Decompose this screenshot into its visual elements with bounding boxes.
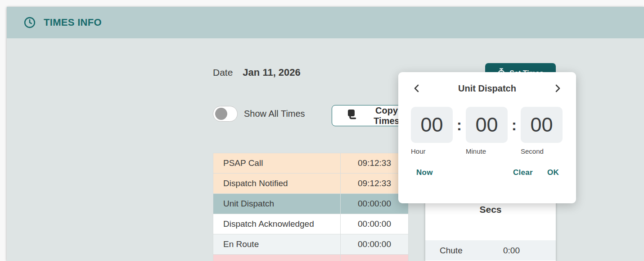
row-label: En Route xyxy=(213,234,341,254)
table-row[interactable]: Dispatch Notified 09:12:33 xyxy=(213,174,408,194)
time-picker-title: Unit Dispatch xyxy=(398,83,576,94)
colon-separator: : xyxy=(453,116,466,134)
show-all-times-toggle[interactable] xyxy=(213,106,238,122)
date-value[interactable]: Jan 11, 2026 xyxy=(243,67,300,78)
page-title: TIMES INFO xyxy=(44,17,102,28)
table-row[interactable]: PSAP Call 09:12:33 xyxy=(213,153,408,174)
date-row: Date Jan 11, 2026 xyxy=(213,67,301,78)
date-label: Date xyxy=(213,67,233,78)
table-row[interactable]: En Route 00:00:00 xyxy=(213,234,408,255)
secs-row-value: 0:00 xyxy=(503,246,520,256)
toggle-knob xyxy=(215,108,227,120)
clear-button[interactable]: Clear xyxy=(513,168,533,177)
minute-label: Minute xyxy=(466,147,521,155)
hour-input[interactable]: 00 xyxy=(411,107,453,143)
table-row[interactable]: Dispatch Acknowledged 00:00:00 xyxy=(213,214,408,234)
secs-panel: Secs Chute 0:00 xyxy=(425,196,556,261)
time-picker-field-labels: Hour Minute Second xyxy=(411,147,576,155)
time-picker-header: Unit Dispatch xyxy=(398,82,576,95)
minute-input[interactable]: 00 xyxy=(466,107,508,143)
show-all-times-label: Show All Times xyxy=(244,109,305,119)
table-row-selected[interactable]: Unit Dispatch 00:00:00 xyxy=(213,194,408,214)
panel-header: TIMES INFO xyxy=(7,7,644,38)
clock-icon xyxy=(24,17,36,28)
row-label: Dispatch Acknowledged xyxy=(213,214,341,234)
colon-separator: : xyxy=(508,116,521,134)
row-time: 00:00:00 xyxy=(341,239,408,249)
secs-row[interactable]: Chute 0:00 xyxy=(425,240,556,261)
secs-panel-title: Secs xyxy=(425,204,556,215)
now-button[interactable]: Now xyxy=(416,168,433,177)
table-row[interactable]: On Scene 00:00:00 xyxy=(213,255,408,261)
copy-times-button[interactable]: Copy Times xyxy=(332,105,409,126)
row-label: On Scene xyxy=(213,255,341,261)
second-label: Second xyxy=(521,147,576,155)
hour-label: Hour xyxy=(411,147,466,155)
times-info-panel: TIMES INFO Date Jan 11, 2026 Set Times S… xyxy=(7,7,644,261)
row-label: Dispatch Notified xyxy=(213,174,341,193)
time-picker-actions: Now Clear OK xyxy=(398,168,576,179)
row-label: PSAP Call xyxy=(213,153,341,173)
times-table: PSAP Call 09:12:33 Dispatch Notified 09:… xyxy=(213,153,409,261)
row-label: Unit Dispatch xyxy=(213,194,341,214)
time-picker-popup: Unit Dispatch 00 : 00 : 00 Hour Minute S… xyxy=(398,72,576,203)
ok-button[interactable]: OK xyxy=(547,168,559,177)
second-input[interactable]: 00 xyxy=(521,107,563,143)
chevron-right-icon[interactable] xyxy=(550,80,566,96)
row-time: 00:00:00 xyxy=(341,219,408,229)
page: TIMES INFO Date Jan 11, 2026 Set Times S… xyxy=(0,0,644,261)
secs-row-label: Chute xyxy=(425,246,463,256)
copy-icon xyxy=(347,109,357,123)
show-all-times-row: Show All Times xyxy=(213,106,305,122)
time-picker-fields: 00 : 00 : 00 xyxy=(411,107,563,143)
